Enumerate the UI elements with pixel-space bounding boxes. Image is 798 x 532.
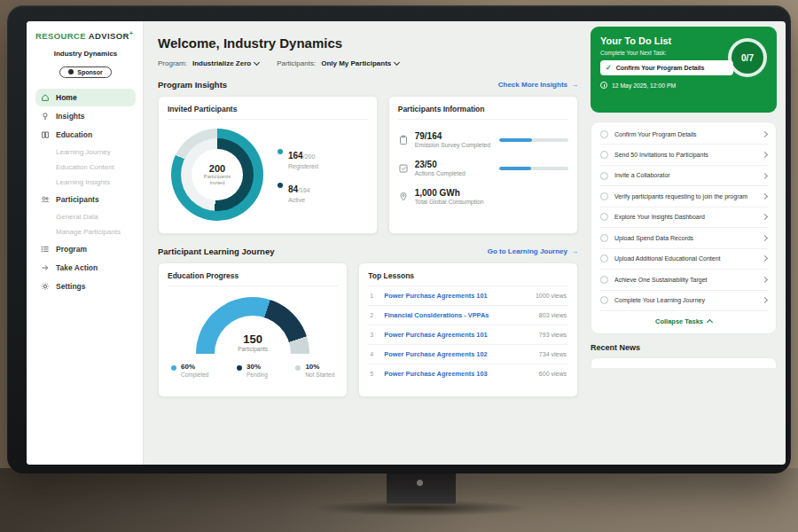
todo-subtitle: Complete Your Next Task: <box>600 50 767 56</box>
sidebar-item-learning-insights[interactable]: Learning Insights <box>35 175 136 190</box>
lesson-link[interactable]: Power Purchase Agreements 101 <box>384 331 532 339</box>
lesson-rank: 3 <box>370 332 377 338</box>
lesson-link[interactable]: Power Purchase Agreements 103 <box>384 370 532 378</box>
dashboard-screen: RESOURCE ADVISOR+ Industry Dynamics Spon… <box>27 21 786 465</box>
lightbulb-icon <box>41 112 50 121</box>
chevron-right-icon[interactable] <box>762 277 768 283</box>
sidebar-item-learning-journey[interactable]: Learning Journey <box>35 145 136 160</box>
chevron-right-icon[interactable] <box>762 152 768 158</box>
chevron-right-icon[interactable] <box>762 193 768 200</box>
sidebar-item-home[interactable]: Home <box>35 89 136 106</box>
card-title: Education Progress <box>168 271 338 286</box>
lesson-row: 2 Financial Considerations - VPPAs 803 v… <box>368 306 568 325</box>
task-checkbox[interactable] <box>600 130 608 138</box>
task-label: Explore Your Insights Dashboard <box>614 213 756 221</box>
task-checkbox[interactable] <box>600 213 608 221</box>
legend-item-completed: 60% Completed <box>171 363 208 378</box>
global-consumption-row: 1,000 GWh Total Global Consumption <box>398 188 568 205</box>
monitor-stand <box>387 472 456 504</box>
education-progress-card: Education Progress 150 Participants 60% <box>158 262 348 397</box>
chevron-right-icon[interactable] <box>762 173 768 179</box>
sponsor-badge-label: Sponsor <box>77 69 102 75</box>
lesson-link[interactable]: Power Purchase Agreements 101 <box>384 292 528 300</box>
room-scene: { "accent": {"brand_green":"#3d8f4f","to… <box>0 0 798 532</box>
donut-legend: 164/200 Registered 84/164 Active <box>278 146 318 203</box>
task-checkbox[interactable] <box>600 234 608 242</box>
task-row[interactable]: Complete Your Learning Journey <box>599 291 768 311</box>
sidebar-subitem-label: Manage Participants <box>56 228 121 236</box>
todo-column: 0/7 Your To Do List Complete Your Next T… <box>589 21 786 465</box>
chevron-right-icon[interactable] <box>762 297 768 303</box>
participants-information-card: Participants Information 79/164 Emission… <box>388 96 578 234</box>
app-logo: RESOURCE ADVISOR+ <box>35 30 136 41</box>
actions-completed-row: 23/50 Actions Completed <box>398 160 568 176</box>
task-row[interactable]: Achieve One Sustainability Target <box>599 270 768 290</box>
task-checkbox[interactable] <box>600 276 608 284</box>
gauge-center: 150 Participants <box>196 332 309 352</box>
actions-completed-progressbar <box>499 167 568 170</box>
check-more-insights-link[interactable]: Check More Insights → <box>498 81 578 89</box>
program-select[interactable]: Industrialize Zero <box>192 59 259 67</box>
education-progress-gauge: 150 Participants <box>196 297 309 354</box>
task-label: Upload Additional Educational Content <box>614 254 756 262</box>
collapse-tasks-link[interactable]: Collapse Tasks <box>599 311 768 332</box>
legend-label: Not Started <box>305 372 334 378</box>
task-row[interactable]: Upload Additional Educational Content <box>599 249 768 270</box>
task-row[interactable]: Invite a Collaborator <box>599 166 768 186</box>
task-label: Verify participants requesting to join t… <box>614 192 756 200</box>
task-checkbox[interactable] <box>600 296 608 304</box>
sidebar-subitem-label: Education Content <box>56 163 114 171</box>
card-title: Top Lessons <box>368 271 568 286</box>
sidebar-item-general-data[interactable]: General Data <box>35 209 136 224</box>
gauge-center-label: Participants <box>196 346 309 352</box>
sidebar-item-program[interactable]: Program <box>35 240 136 258</box>
participants-select[interactable]: Only My Participants <box>321 59 399 67</box>
task-row[interactable]: Explore Your Insights Dashboard <box>599 207 768 228</box>
learning-journey-header: Participant Learning Journey Go to Learn… <box>158 246 578 256</box>
stand-logo-dot <box>417 480 423 486</box>
chevron-right-icon[interactable] <box>762 255 768 262</box>
sidebar-item-insights[interactable]: Insights <box>35 107 136 125</box>
sidebar-item-settings[interactable]: Settings <box>35 278 136 295</box>
sidebar-item-education[interactable]: Education <box>35 126 136 144</box>
card-title: Invited Participants <box>168 105 368 120</box>
sidebar-item-manage-participants[interactable]: Manage Participants <box>35 224 136 239</box>
lesson-views: 734 views <box>539 351 567 357</box>
chevron-right-icon[interactable] <box>762 214 768 220</box>
lesson-link[interactable]: Power Purchase Agreements 102 <box>384 350 532 358</box>
active-dot <box>278 183 283 188</box>
arrow-right-icon: → <box>571 81 578 89</box>
task-checkbox[interactable] <box>600 254 608 262</box>
sponsor-badge[interactable]: Sponsor <box>59 66 111 78</box>
completed-dot <box>171 365 176 371</box>
sidebar-item-label: Take Action <box>56 263 98 272</box>
people-icon <box>41 195 50 204</box>
book-icon <box>41 130 50 139</box>
task-row[interactable]: Upload Spend Data Records <box>599 228 768 248</box>
legend-pct: 10% <box>305 363 334 371</box>
lesson-link[interactable]: Financial Considerations - VPPAs <box>384 311 532 319</box>
logo-word-advisor: ADVISOR <box>89 31 129 41</box>
sidebar-item-take-action[interactable]: Take Action <box>35 259 136 277</box>
chevron-down-icon <box>254 59 260 66</box>
task-checkbox[interactable] <box>600 151 608 159</box>
go-to-learning-journey-link[interactable]: Go to Learning Journey → <box>488 247 578 255</box>
task-row[interactable]: Confirm Your Program Details <box>599 124 768 145</box>
emission-survey-progressbar <box>499 138 568 142</box>
chevron-right-icon[interactable] <box>762 131 768 137</box>
clock-icon <box>600 82 607 89</box>
chevron-right-icon[interactable] <box>762 235 768 241</box>
sidebar-item-participants[interactable]: Participants <box>35 191 136 208</box>
task-row[interactable]: Verify participants requesting to join t… <box>599 186 768 207</box>
legend-total: /200 <box>303 153 316 160</box>
section-title: Program Insights <box>158 80 227 90</box>
recent-news-card <box>591 357 777 368</box>
section-title: Participant Learning Journey <box>158 246 274 256</box>
task-checkbox[interactable] <box>600 192 608 200</box>
next-task-pill[interactable]: ✓ Confirm Your Program Details <box>600 60 733 75</box>
sidebar-item-education-content[interactable]: Education Content <box>35 160 136 175</box>
task-row[interactable]: Send 50 Invitations to Participants <box>599 145 768 165</box>
legend-label: Pending <box>246 372 268 378</box>
task-checkbox[interactable] <box>600 172 608 180</box>
sidebar-subitem-label: General Data <box>56 213 98 221</box>
